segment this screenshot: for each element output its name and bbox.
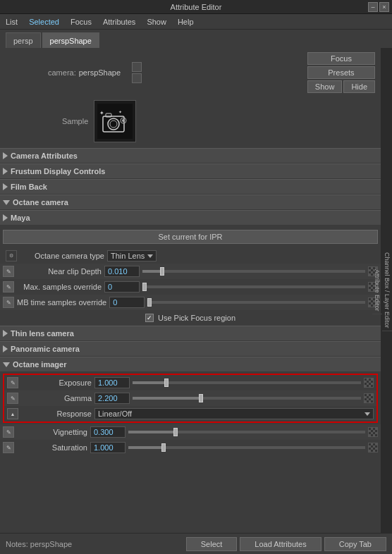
gamma-slider[interactable] xyxy=(133,397,361,400)
tab-perspshape[interactable]: perspShape xyxy=(42,32,99,48)
mb-time-icon[interactable]: ✎ xyxy=(3,297,14,308)
set-current-container: Set current for IPR xyxy=(0,226,381,248)
response-icon[interactable]: ▲ xyxy=(7,408,18,419)
arrow-icon xyxy=(3,330,8,337)
presets-button[interactable]: Presets xyxy=(307,66,375,79)
close-button[interactable]: × xyxy=(379,2,389,12)
bottom-bar: Notes: perspShape Select Load Attributes… xyxy=(0,533,392,554)
set-current-button[interactable]: Set current for IPR xyxy=(3,230,378,244)
minimize-button[interactable]: – xyxy=(368,2,378,12)
copy-tab-button[interactable]: Copy Tab xyxy=(324,537,386,551)
title-bar-controls: – × xyxy=(368,2,389,12)
bottom-notes: Notes: perspShape xyxy=(6,540,183,548)
section-label: Thin lens camera xyxy=(11,329,74,338)
section-label: Octane camera xyxy=(13,198,68,207)
saturation-end-icon[interactable] xyxy=(368,443,378,453)
title-bar-title: Attribute Editor xyxy=(24,3,368,11)
near-clip-icon[interactable]: ✎ xyxy=(3,266,14,277)
mb-time-samples-label: MB time samples override xyxy=(17,298,106,307)
near-clip-depth-label: Near clip Depth xyxy=(17,267,102,276)
exposure-icon[interactable]: ✎ xyxy=(7,377,18,388)
use-pick-focus-checkbox[interactable]: ✓ xyxy=(145,314,154,322)
section-film-back[interactable]: Film Back xyxy=(0,179,381,195)
gamma-label: Gamma xyxy=(21,394,92,402)
near-clip-depth-row: ✎ Near clip Depth xyxy=(0,264,381,279)
menu-help[interactable]: Help xyxy=(175,16,197,27)
connect-icon-2[interactable] xyxy=(132,73,142,83)
section-octane-camera[interactable]: Octane camera xyxy=(0,195,381,210)
response-label: Response xyxy=(21,410,92,418)
max-samples-label: Max. samples override xyxy=(17,283,102,291)
max-samples-input[interactable] xyxy=(104,281,140,293)
sample-image: ✦ ✦ xyxy=(97,104,133,139)
select-button[interactable]: Select xyxy=(186,537,238,551)
saturation-slider[interactable] xyxy=(128,446,365,449)
section-panoramic[interactable]: Panoramic camera xyxy=(0,341,381,357)
vignetting-slider[interactable] xyxy=(128,431,365,433)
camera-name: perspShape xyxy=(79,68,121,77)
menu-focus[interactable]: Focus xyxy=(68,16,94,27)
vignetting-row: ✎ Vignetting xyxy=(0,424,381,440)
saturation-label: Saturation xyxy=(17,443,87,452)
vignetting-input[interactable] xyxy=(90,426,125,438)
show-button[interactable]: Show xyxy=(307,80,343,93)
response-dropdown-arrow-icon xyxy=(365,412,370,416)
saturation-input[interactable] xyxy=(90,442,125,453)
near-clip-depth-input[interactable] xyxy=(104,266,140,277)
section-label: Octane imager xyxy=(13,360,66,369)
menu-attributes[interactable]: Attributes xyxy=(100,16,138,27)
right-side-panel: Channel Box / Layer Editor Attribute Edi… xyxy=(381,48,392,533)
mb-time-samples-input[interactable] xyxy=(109,297,145,308)
attribute-editor-label[interactable]: Attribute Editor xyxy=(372,266,382,315)
dropdown-arrow-icon xyxy=(147,254,153,258)
sample-row: Sample ✦ ✦ xyxy=(0,97,381,148)
max-samples-icon[interactable]: ✎ xyxy=(3,281,14,293)
octane-camera-type-select[interactable]: Thin Lens xyxy=(107,250,157,261)
menu-list[interactable]: List xyxy=(3,16,20,27)
camera-label: camera: xyxy=(48,68,76,77)
exposure-end-icon[interactable] xyxy=(364,378,374,388)
mb-time-samples-slider[interactable] xyxy=(147,301,365,304)
section-label: Film Back xyxy=(11,183,47,191)
arrow-icon xyxy=(3,168,8,175)
max-samples-slider[interactable] xyxy=(142,285,365,288)
near-clip-depth-slider[interactable] xyxy=(142,270,365,273)
main-content: camera: perspShape Focus Presets Show Hi… xyxy=(0,48,392,533)
section-octane-imager[interactable]: Octane imager xyxy=(0,357,381,372)
gamma-end-icon[interactable] xyxy=(364,393,374,403)
exposure-input[interactable] xyxy=(94,377,130,388)
vignetting-end-icon[interactable] xyxy=(368,427,378,437)
connect-icon-1[interactable] xyxy=(132,62,142,72)
section-frustum-display[interactable]: Frustum Display Controls xyxy=(0,164,381,179)
tab-persp[interactable]: persp xyxy=(6,32,41,48)
hide-button[interactable]: Hide xyxy=(343,80,375,93)
channel-box-label[interactable]: Channel Box / Layer Editor xyxy=(382,250,392,332)
menu-show[interactable]: Show xyxy=(144,16,169,27)
octane-camera-type-label: Octane camera type xyxy=(20,252,104,260)
saturation-row: ✎ Saturation xyxy=(0,440,381,455)
menu-selected[interactable]: Selected xyxy=(26,16,62,27)
vignetting-label: Vignetting xyxy=(17,428,87,436)
section-label: Camera Attributes xyxy=(11,152,78,160)
exposure-slider[interactable] xyxy=(133,381,361,384)
arrow-icon xyxy=(3,152,8,159)
arrow-icon xyxy=(3,183,8,190)
focus-button[interactable]: Focus xyxy=(307,52,375,65)
highlight-box: ✎ Exposure ✎ Gamma xyxy=(3,374,378,423)
show-hide-row: Show Hide xyxy=(307,80,375,93)
vignetting-icon[interactable]: ✎ xyxy=(3,426,14,438)
section-maya[interactable]: Maya xyxy=(0,210,381,226)
response-select[interactable]: Linear/Off xyxy=(94,408,374,419)
gamma-icon[interactable]: ✎ xyxy=(7,393,18,404)
svg-text:✦: ✦ xyxy=(99,110,104,116)
gamma-input[interactable] xyxy=(94,393,130,404)
section-thin-lens[interactable]: Thin lens camera xyxy=(0,326,381,341)
camera-info: camera: perspShape Focus Presets Show Hi… xyxy=(0,48,381,97)
arrow-icon xyxy=(3,214,8,221)
saturation-icon[interactable]: ✎ xyxy=(3,442,14,453)
load-attributes-button[interactable]: Load Attributes xyxy=(240,537,321,551)
section-camera-attributes[interactable]: Camera Attributes xyxy=(0,148,381,164)
attr-icon-left[interactable]: ⚙ xyxy=(6,250,17,261)
use-pick-focus-row: ✓ Use Pick Focus region xyxy=(0,310,381,326)
mb-time-samples-row: ✎ MB time samples override xyxy=(0,295,381,310)
